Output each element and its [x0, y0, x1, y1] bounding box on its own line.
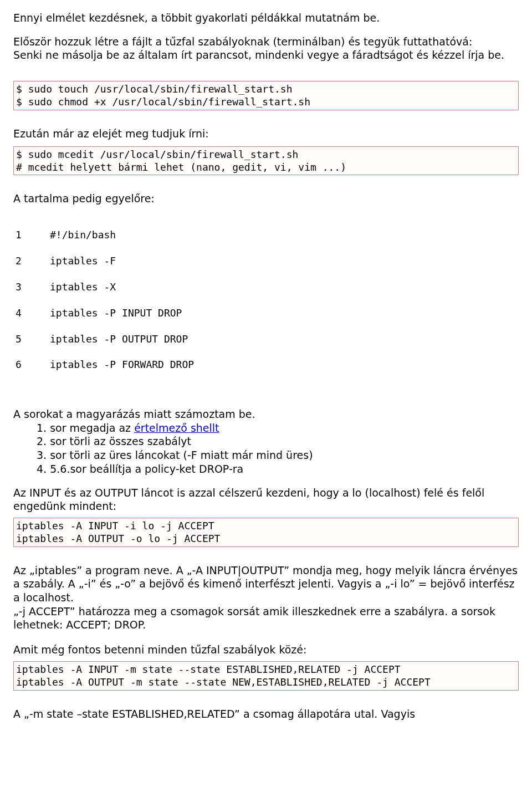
code-line: iptables -A INPUT -i lo -j ACCEPT: [16, 520, 214, 532]
text: Senki ne másolja be az általam írt paran…: [13, 49, 504, 61]
code-block-lo-accept: iptables -A INPUT -i lo -j ACCEPT iptabl…: [13, 518, 519, 547]
line-number: 3: [16, 280, 50, 293]
numbered-script-block: 1#!/bin/bash 2iptables -F 3iptables -X 4…: [13, 214, 519, 385]
explanation-list: 1. sor megadja az értelmező shellt 2. so…: [13, 421, 519, 476]
paragraph-content: A tartalma pedig egyelőre:: [13, 192, 519, 206]
code-line: iptables -A INPUT -m state --state ESTAB…: [16, 663, 401, 675]
text: 1. sor megadja az: [37, 422, 134, 434]
paragraph-numbered-explain: A sorokat a magyarázás miatt számoztam b…: [13, 407, 519, 421]
code-line: iptables -F: [50, 254, 116, 267]
paragraph-then-write: Ezután már az elejét meg tudjuk írni:: [13, 127, 519, 141]
code-block-touch-chmod: $ sudo touch /usr/local/sbin/firewall_st…: [13, 81, 519, 110]
code-line: iptables -P OUTPUT DROP: [50, 333, 188, 345]
code-line: $ sudo touch /usr/local/sbin/firewall_st…: [16, 83, 293, 95]
paragraph-important-rules: Amit még fontos betenni minden tűzfal sz…: [13, 643, 519, 657]
code-line: iptables -P FORWARD DROP: [50, 358, 194, 371]
code-block-mcedit: $ sudo mcedit /usr/local/sbin/firewall_s…: [13, 146, 519, 176]
list-item: 4. 5.6.sor beállítja a policy-ket DROP-r…: [37, 462, 519, 476]
text: Először hozzuk létre a fájlt a tűzfal sz…: [13, 35, 472, 48]
code-line: iptables -A OUTPUT -o lo -j ACCEPT: [16, 533, 220, 544]
line-number: 6: [16, 358, 50, 371]
line-number: 2: [16, 254, 50, 267]
code-line: #!/bin/bash: [50, 228, 116, 241]
text: „-j ACCEPT” határozza meg a csomagok sor…: [13, 605, 495, 631]
text: Az „iptables” a program neve. A „-A INPU…: [13, 564, 518, 604]
paragraph-state-explain: A „-m state –state ESTABLISHED,RELATED” …: [13, 707, 519, 721]
code-line: iptables -P INPUT DROP: [50, 306, 182, 319]
code-line: # mcedit helyett bármi lehet (nano, gedi…: [16, 161, 346, 173]
line-number: 1: [16, 228, 50, 241]
paragraph-iptables-explain: Az „iptables” a program neve. A „-A INPU…: [13, 564, 519, 632]
list-item: 3. sor törli az üres láncokat (-F miatt …: [37, 448, 519, 462]
code-line: iptables -X: [50, 280, 116, 293]
list-item: 2. sor törli az összes szabályt: [37, 435, 519, 448]
code-line: $ sudo mcedit /usr/local/sbin/firewall_s…: [16, 149, 298, 160]
line-number: 5: [16, 333, 50, 345]
code-block-state: iptables -A INPUT -m state --state ESTAB…: [13, 661, 519, 691]
list-item: 1. sor megadja az értelmező shellt: [37, 421, 519, 435]
code-line: $ sudo chmod +x /usr/local/sbin/firewall…: [16, 96, 310, 108]
line-number: 4: [16, 306, 50, 319]
paragraph-create-file: Először hozzuk létre a fájlt a tűzfal sz…: [13, 35, 519, 62]
code-line: iptables -A OUTPUT -m state --state NEW,…: [16, 676, 431, 688]
link-shell-interpreter[interactable]: értelmező shellt: [134, 422, 219, 434]
paragraph-input-output: Az INPUT és az OUTPUT láncot is azzal cé…: [13, 486, 519, 513]
paragraph-intro: Ennyi elmélet kezdésnek, a többit gyakor…: [13, 11, 519, 25]
